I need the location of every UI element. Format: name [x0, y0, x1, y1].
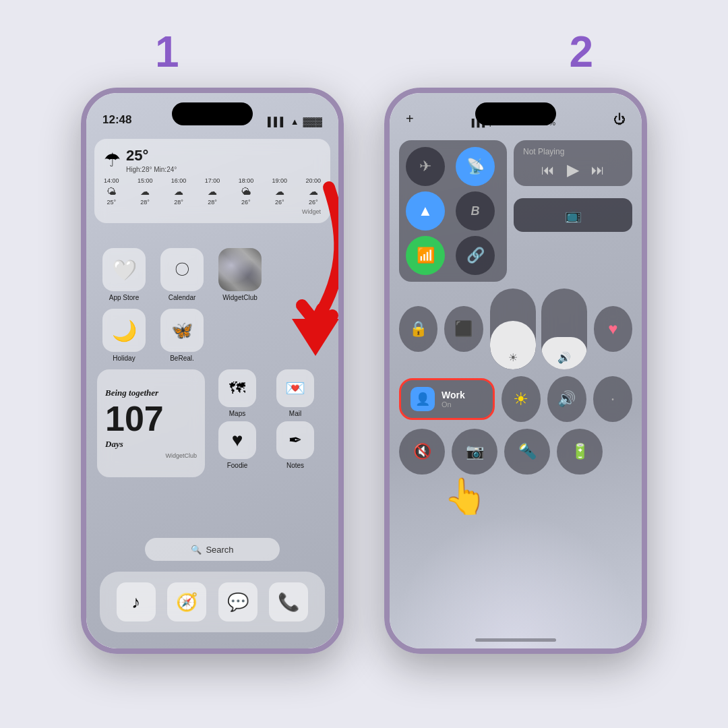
not-playing-label: Not Playing: [523, 147, 623, 156]
notes-label: Notes: [286, 462, 304, 469]
work-focus-name: Work: [442, 390, 465, 400]
safari-icon: 🧭: [176, 592, 198, 613]
camera-icon: 📷: [466, 443, 484, 460]
phone-icon: 📞: [278, 592, 299, 613]
holiday-item[interactable]: 🌙 Holiday: [97, 309, 151, 362]
play-btn[interactable]: ▶: [567, 160, 579, 179]
dynamic-island: [172, 102, 253, 125]
battery-tile-icon: 🔋: [571, 443, 589, 460]
search-label: Search: [206, 545, 233, 555]
work-focus-icon: 👤: [411, 387, 435, 411]
home-indicator: [475, 638, 556, 642]
dock-safari[interactable]: 🧭: [167, 582, 206, 621]
bereal-item[interactable]: 🦋 BeReal.: [155, 309, 209, 362]
focus-btn[interactable]: 🔗: [456, 236, 495, 275]
not-playing-tile[interactable]: Not Playing ⏮ ▶ ⏭: [514, 140, 632, 186]
rotation-lock-btn[interactable]: 🔒: [399, 306, 437, 352]
svg-marker-0: [292, 319, 338, 356]
connectivity-group: ✈ 📡 ▲ B 📶 🔗: [399, 140, 507, 282]
countdown-brand: WidgetClub: [105, 452, 197, 459]
countdown-widget[interactable]: Being together 107 Days WidgetClub: [97, 369, 205, 477]
phone2: + ▌▌▌ povo ▲ ⊕ ⬡ 89% ⏻ ✈ 📡: [384, 88, 647, 654]
silent-mode-btn[interactable]: 🔇: [399, 429, 445, 475]
homescreen-bg: 12:48 ▌▌▌ ▲ ▓▓▓ ☂ 25° High:28° Min:24°: [86, 93, 338, 648]
dock: ♪ 🧭 💬 📞: [100, 572, 325, 632]
app-store-item[interactable]: 🤍 App Store: [97, 248, 151, 301]
battery-tile[interactable]: 🔋: [557, 429, 603, 475]
weather-main-icon: ☂: [104, 149, 121, 171]
foodie-label: Foodie: [227, 462, 248, 469]
foodie-item[interactable]: ♥ Foodie: [210, 421, 264, 469]
tap-hand-icon: 👆: [444, 476, 487, 517]
search-bar[interactable]: 🔍 Search: [145, 538, 280, 561]
messages-icon: 💬: [227, 592, 249, 613]
battery-icon: ▓▓▓: [303, 117, 322, 127]
cc-grid: ✈ 📡 ▲ B 📶 🔗 Not Playing: [399, 140, 632, 481]
countdown-title: Being together: [105, 388, 197, 398]
weather-sub: High:28° Min:24°: [126, 166, 177, 173]
airplay-btn[interactable]: 📺: [514, 198, 632, 232]
calendar-label: Calendar: [169, 294, 196, 301]
prev-btn[interactable]: ⏮: [541, 162, 555, 178]
brightness-slider[interactable]: ☀: [490, 289, 536, 369]
mail-label: Mail: [289, 410, 301, 417]
maps-item[interactable]: 🗺 Maps: [210, 369, 264, 417]
main-container: 1 2 12:48 ▌▌▌ ▲ ▓▓▓: [0, 0, 728, 728]
music-icon: ♪: [131, 592, 140, 613]
playback-controls: ⏮ ▶ ⏭: [523, 160, 623, 179]
search-icon: 🔍: [191, 545, 202, 555]
wifi-btn[interactable]: ▲: [406, 191, 445, 231]
heart-btn[interactable]: ♥: [594, 306, 632, 352]
calendar-item[interactable]: 〇 Calendar: [155, 248, 209, 301]
brightness-tile[interactable]: ☀: [502, 376, 541, 422]
status-icons: ▌▌▌ ▲ ▓▓▓: [268, 117, 322, 127]
weather-temp: 25°: [126, 147, 177, 164]
step1-number: 1: [155, 27, 179, 77]
cc-plus-icon[interactable]: +: [406, 111, 414, 127]
volume-slider[interactable]: 🔊: [541, 289, 587, 369]
phone1: 12:48 ▌▌▌ ▲ ▓▓▓ ☂ 25° High:28° Min:24°: [81, 88, 344, 654]
countdown-number: 107: [105, 401, 197, 436]
control-center-bg: + ▌▌▌ povo ▲ ⊕ ⬡ 89% ⏻ ✈ 📡: [390, 93, 642, 648]
dock-music[interactable]: ♪: [117, 582, 156, 621]
dot-tile: •: [593, 376, 632, 422]
work-focus-status: On: [442, 400, 465, 408]
wifi-icon: ▲: [291, 117, 299, 127]
red-arrow: [235, 174, 338, 363]
bluetooth-btn[interactable]: B: [456, 191, 495, 231]
app-store-label: App Store: [109, 294, 139, 301]
signal-icon: ▌▌▌: [268, 117, 286, 127]
airplane-btn[interactable]: ✈: [406, 147, 445, 186]
dynamic-island2: [475, 102, 556, 125]
volume-tile[interactable]: 🔊: [547, 376, 586, 422]
step2-number: 2: [569, 27, 593, 77]
notes-item[interactable]: ✒ Notes: [268, 421, 322, 469]
flashlight-btn[interactable]: 🔦: [504, 429, 550, 475]
dock-phone[interactable]: 📞: [269, 582, 308, 621]
work-focus-tile[interactable]: 👤 Work On: [399, 378, 495, 420]
airdrop-btn[interactable]: 📡: [456, 147, 495, 186]
power-icon[interactable]: ⏻: [613, 113, 626, 127]
status-time: 12:48: [102, 113, 131, 127]
bereal-label: BeReal.: [170, 355, 194, 362]
countdown-unit: Days: [105, 439, 197, 450]
flashlight-icon: 🔦: [518, 443, 537, 460]
dock-messages[interactable]: 💬: [218, 582, 257, 621]
maps-label: Maps: [229, 410, 245, 417]
cellular-btn[interactable]: 📶: [406, 236, 445, 275]
screen-mirror-btn[interactable]: ⬛: [444, 306, 483, 352]
mail-item[interactable]: 💌 Mail: [268, 369, 322, 417]
camera-btn[interactable]: 📷: [452, 429, 497, 475]
holiday-label: Holiday: [113, 355, 135, 362]
next-btn[interactable]: ⏭: [591, 162, 605, 178]
